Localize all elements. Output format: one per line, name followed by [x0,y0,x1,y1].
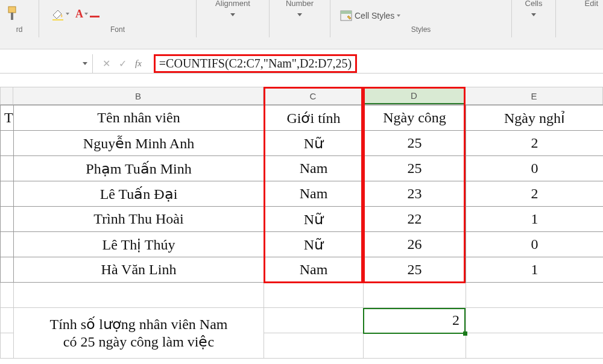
formula-bar-row: ✕ ✓ fx =COUNTIFS(C2:C7,"Nam",D2:D7,25) [0,54,603,74]
column-headers: B C D E [0,87,603,105]
column-header-C[interactable]: C [264,87,363,104]
table-row[interactable]: Hà Văn Linh [14,257,264,283]
spreadsheet-grid[interactable]: B C D E T Tên nhân viên Giới tính Ngày c… [0,87,603,359]
fx-icon[interactable]: fx [135,58,142,69]
format-painter-icon[interactable] [6,5,22,23]
chevron-down-icon [84,13,88,15]
cells-top-label: Cells [512,0,555,8]
chevron-down-icon[interactable] [531,13,536,16]
chevron-down-icon [397,14,400,17]
column-header-E[interactable]: E [466,87,603,104]
chevron-down-icon[interactable] [230,13,235,16]
fill-color-button[interactable] [51,7,69,20]
column-header-D[interactable]: D [363,87,466,104]
header-name[interactable]: Tên nhân viên [14,105,264,131]
ribbon: rd A Font Alignment [0,0,603,49]
font-color-button[interactable]: A [75,8,88,20]
result-cell[interactable]: 2 [364,308,466,333]
header-dayoff[interactable]: Ngày nghỉ [466,105,604,131]
svg-rect-1 [11,13,13,20]
cell-A1[interactable]: T [1,105,14,131]
cell-styles-button[interactable]: Cell Styles [336,8,404,24]
cell-styles-icon [340,10,352,21]
header-workdays[interactable]: Ngày công [364,105,466,131]
editing-top-label: Edit [585,0,598,8]
data-table[interactable]: T Tên nhân viên Giới tính Ngày công Ngày… [0,105,603,359]
cancel-formula-icon[interactable]: ✕ [103,58,110,69]
svg-rect-2 [52,19,63,20]
alignment-top-label: Alignment [197,0,269,8]
table-row[interactable]: Phạm Tuấn Minh [14,156,264,181]
enter-formula-icon[interactable]: ✓ [119,58,127,69]
note-cell[interactable]: Tính số lượng nhân viên Nam có 25 ngày c… [14,308,264,359]
chevron-down-icon [66,13,69,15]
name-box[interactable] [0,54,93,73]
table-row[interactable]: Nguyễn Minh Anh [14,131,264,156]
column-header-B[interactable]: B [13,87,264,104]
header-gender[interactable]: Giới tính [264,105,364,131]
svg-rect-4 [341,11,352,14]
clipboard-label: rd [0,25,39,34]
chevron-down-icon[interactable] [297,13,302,16]
table-row[interactable]: Lê Thị Thúy [14,232,264,257]
chevron-down-icon [83,62,87,65]
font-group-label: Font [39,25,196,34]
table-row[interactable]: Lê Tuấn Đại [14,181,264,207]
fill-handle[interactable] [463,331,467,336]
table-row[interactable]: Trình Thu Hoài [14,207,264,232]
formula-bar[interactable]: =COUNTIFS(C2:C7,"Nam",D2:D7,25) [151,54,603,73]
svg-rect-0 [8,7,16,13]
formula-text: =COUNTIFS(C2:C7,"Nam",D2:D7,25) [154,54,357,73]
number-top-label: Number [270,0,330,8]
styles-group-label: Styles [330,25,511,34]
